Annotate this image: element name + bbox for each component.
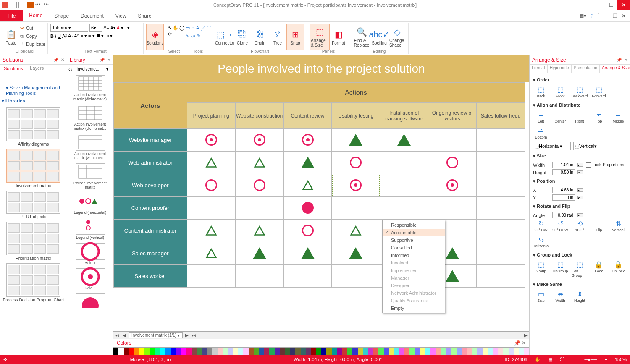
color-swatch[interactable]: [430, 348, 436, 355]
lib-item[interactable]: Role 2: [69, 268, 111, 290]
context-menu-item[interactable]: Responsible: [383, 221, 445, 229]
height-input[interactable]: [552, 169, 575, 175]
shrink-font-icon[interactable]: A▾: [110, 26, 116, 30]
matrix-cell[interactable]: [332, 265, 380, 288]
color-swatch[interactable]: [404, 348, 410, 355]
order-forward-button[interactable]: ⬚Forward: [591, 86, 607, 98]
color-swatch[interactable]: [337, 348, 342, 355]
zoom-in-button[interactable]: +: [604, 357, 607, 362]
matrix-cell[interactable]: [332, 129, 380, 152]
color-swatch[interactable]: [519, 348, 524, 355]
scroll-right-icon[interactable]: ▶: [522, 333, 529, 338]
matrix-cell[interactable]: [477, 197, 525, 220]
matrix-cell[interactable]: [477, 242, 525, 265]
matrix-cell[interactable]: [332, 174, 380, 197]
color-swatch[interactable]: [192, 348, 197, 355]
unlock-button[interactable]: 🔓UnLock: [610, 261, 626, 278]
lib-item[interactable]: [69, 293, 111, 310]
spelling-button[interactable]: abc✓Spelling: [370, 24, 388, 50]
color-swatch[interactable]: [389, 348, 394, 355]
zoom-slider[interactable]: ─●──: [584, 357, 597, 362]
role-shape[interactable]: [350, 225, 362, 235]
align-section[interactable]: Align and Distribute: [533, 101, 627, 109]
save-icon[interactable]: [27, 2, 34, 8]
color-swatch[interactable]: [384, 348, 389, 355]
color-swatch[interactable]: [118, 348, 123, 355]
rotate-180-button[interactable]: ⟲180 °: [572, 220, 588, 232]
template-thumb-prioritization[interactable]: Prioritization matrix: [2, 222, 65, 261]
size-section[interactable]: Size: [533, 152, 627, 160]
order-back-button[interactable]: ⬚Back: [533, 86, 549, 98]
same-height-button[interactable]: ⬍Height: [572, 290, 588, 303]
solutions-search[interactable]: [2, 74, 65, 81]
text-icon[interactable]: A: [196, 25, 199, 31]
color-swatch[interactable]: [301, 348, 306, 355]
page-tab[interactable]: Involvement matrix (1/1) ▾: [129, 332, 183, 338]
tab-shape[interactable]: Shape: [48, 10, 75, 21]
color-swatch[interactable]: [342, 348, 347, 355]
libraries-heading[interactable]: ▾ Libraries: [2, 97, 65, 105]
color-swatch[interactable]: [295, 348, 300, 355]
matrix-cell[interactable]: [284, 197, 332, 220]
color-swatch[interactable]: [269, 348, 274, 355]
matrix-cell[interactable]: [187, 197, 235, 220]
open-icon[interactable]: [18, 2, 25, 8]
color-swatch[interactable]: [524, 348, 529, 355]
order-backward-button[interactable]: ⬚Backward: [572, 86, 588, 98]
role-shape[interactable]: [446, 270, 459, 282]
color-swatch[interactable]: [124, 348, 129, 355]
tab-view[interactable]: View: [110, 10, 132, 21]
matrix-cell[interactable]: [235, 197, 284, 220]
matrix-cell[interactable]: [477, 152, 525, 174]
lib-item[interactable]: Action involvement matrix (dichromatic): [69, 75, 111, 101]
bezier-icon[interactable]: ✎: [197, 33, 201, 39]
role-shape[interactable]: [254, 157, 265, 167]
minimize-button[interactable]: —: [592, 0, 605, 10]
same-size-button[interactable]: ▭Size: [533, 290, 549, 303]
rotate-icon[interactable]: ⟳: [168, 31, 172, 37]
tab-format[interactable]: Format: [530, 65, 548, 73]
tab-document[interactable]: Document: [75, 10, 110, 21]
line-icon[interactable]: ／: [201, 25, 205, 31]
color-swatch[interactable]: [212, 348, 217, 355]
page-first-icon[interactable]: ⏮: [113, 333, 121, 338]
close-button[interactable]: ✕: [617, 0, 630, 10]
snap-button[interactable]: ⊞Snap: [286, 24, 304, 50]
matrix-cell[interactable]: [187, 152, 235, 174]
color-swatch[interactable]: [415, 348, 420, 355]
color-swatch[interactable]: [134, 348, 139, 355]
involvement-matrix[interactable]: People involved into the project solutio…: [113, 55, 529, 288]
matrix-cell[interactable]: [235, 152, 284, 174]
italic-button[interactable]: I: [55, 34, 56, 39]
color-swatch[interactable]: [352, 348, 357, 355]
role-shape[interactable]: [349, 247, 362, 259]
matrix-cell[interactable]: [284, 174, 332, 197]
color-swatch[interactable]: [326, 348, 331, 355]
lib-item[interactable]: Action involvement matrix (with chec...: [69, 134, 111, 160]
role-shape[interactable]: [446, 157, 458, 168]
solutions-button[interactable]: ◈Solutions: [146, 24, 164, 50]
color-swatch[interactable]: [425, 348, 430, 355]
color-swatch[interactable]: [441, 348, 446, 355]
lib-nav-fwd-icon[interactable]: ›: [71, 67, 73, 72]
lib-item[interactable]: Legend (horizontal): [69, 193, 111, 215]
color-swatch[interactable]: [280, 348, 285, 355]
align-left-button[interactable]: ⫠Left: [533, 111, 549, 123]
matrix-cell[interactable]: [187, 174, 235, 197]
role-shape[interactable]: [302, 179, 314, 190]
color-swatch[interactable]: [223, 348, 228, 355]
subscript-button[interactable]: A₂: [68, 33, 73, 39]
color-swatch[interactable]: [202, 348, 207, 355]
matrix-cell[interactable]: [380, 152, 428, 174]
color-swatch[interactable]: [503, 348, 508, 355]
color-swatch[interactable]: [321, 348, 326, 355]
highlight-button[interactable]: Aᵇ: [74, 33, 79, 39]
role-shape[interactable]: [205, 179, 217, 191]
color-swatch[interactable]: [483, 348, 488, 355]
color-swatch[interactable]: [316, 348, 321, 355]
tree-button[interactable]: 🜉Tree: [269, 24, 286, 50]
color-swatch[interactable]: [410, 348, 415, 355]
matrix-cell[interactable]: [428, 174, 477, 197]
zoom-level[interactable]: 150%: [615, 357, 627, 362]
mdi-close-icon[interactable]: ✕: [622, 13, 626, 19]
